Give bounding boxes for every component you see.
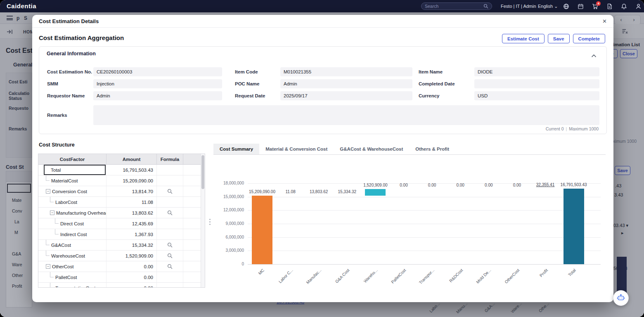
field-value[interactable]: Injection <box>93 79 222 88</box>
tab-material-conversion-cost[interactable]: Material & Conversion Cost <box>259 144 334 154</box>
estimate-cost-button[interactable]: Estimate Cost <box>502 34 545 43</box>
table-row[interactable]: MaterialCost15,209,090.00 <box>38 175 201 186</box>
column-header[interactable]: CostFactor <box>38 154 107 164</box>
cost-factor-cell[interactable]: WarehouseCost <box>38 251 107 261</box>
empty-cell <box>183 261 201 272</box>
x-axis-label: Labor C... <box>278 268 294 284</box>
cost-factor-cell[interactable]: −Manufacturing OverheadCo <box>38 208 107 218</box>
amount-cell: 12,435.69 <box>107 218 157 229</box>
cost-factor-cell[interactable]: Total <box>38 165 107 175</box>
complete-button[interactable]: Complete <box>573 34 605 43</box>
bell-icon[interactable] <box>620 3 627 9</box>
formula-search-icon[interactable] <box>157 186 183 196</box>
table-header: CostFactorAmountFormula <box>38 154 201 165</box>
formula-search-icon[interactable] <box>157 251 183 261</box>
cost-factor-cell[interactable]: MaterialCost <box>38 175 107 186</box>
counter-max: Maximum 1000 <box>569 126 599 131</box>
collapse-toggle-icon[interactable]: − <box>50 211 54 215</box>
empty-cell <box>183 283 201 288</box>
formula-search-icon[interactable] <box>157 240 183 250</box>
x-axis-label: Transpor... <box>418 268 435 285</box>
language-selector[interactable]: English ⌄ <box>538 4 558 9</box>
tree-connector-icon <box>46 175 50 181</box>
cost-factor-cell[interactable]: Direct Cost <box>38 218 107 229</box>
field-value[interactable]: USD <box>474 91 599 100</box>
table-row[interactable]: LaborCost11.08 <box>38 197 201 208</box>
amount-cell: 16,791,503.43 <box>107 165 157 175</box>
tree-connector-icon <box>50 197 54 202</box>
cost-factor-cell[interactable]: −OtherCost <box>38 261 107 272</box>
splitter-drag-handle-icon[interactable] <box>208 215 211 228</box>
empty-cell <box>183 197 201 207</box>
language-label: English <box>538 4 553 9</box>
amount-cell: 15,209,090.00 <box>107 175 157 186</box>
cost-factor-label: Manufacturing OverheadCo <box>56 211 107 215</box>
table-row[interactable]: −Conversion Cost13,814.70 <box>38 186 201 197</box>
amount-cell: 15,334.32 <box>107 240 157 250</box>
globe-icon[interactable] <box>563 3 569 9</box>
chevron-up-icon[interactable] <box>591 52 597 59</box>
formula-search-icon[interactable] <box>157 208 183 218</box>
field-value[interactable]: 2025/09/17 <box>280 91 412 100</box>
column-header[interactable]: Formula <box>157 154 183 164</box>
cost-factor-cell[interactable]: PalletCost <box>38 272 107 282</box>
table-row[interactable]: −OtherCost0.00 <box>38 261 201 272</box>
gridline <box>248 237 601 238</box>
cart-icon[interactable]: 4 <box>592 3 598 9</box>
table-row[interactable]: TransportationCost0.00 <box>38 283 201 288</box>
table-row[interactable]: −Manufacturing OverheadCo13,803.62 <box>38 208 201 218</box>
cost-factor-cell[interactable]: G&ACost <box>38 240 107 250</box>
cost-factor-cell[interactable]: Indirect Cost <box>38 229 107 239</box>
cost-factor-cell[interactable]: LaborCost <box>38 197 107 207</box>
document-icon[interactable] <box>606 3 613 9</box>
x-axis-label: G&A Cost <box>334 268 350 284</box>
collapse-toggle-icon[interactable]: − <box>46 189 50 194</box>
table-row[interactable]: G&ACost15,334.32 <box>38 240 201 251</box>
field-value[interactable]: Admin <box>93 91 222 100</box>
empty-cell <box>183 165 201 175</box>
column-header[interactable]: Amount <box>107 154 157 164</box>
vertical-scrollbar[interactable] <box>201 154 205 287</box>
field-label: Requestor Name <box>47 91 85 100</box>
user-icon[interactable] <box>635 3 642 9</box>
field-value[interactable]: M010021355 <box>280 67 412 76</box>
field-label: Currency <box>419 91 440 100</box>
remarks-field[interactable] <box>93 105 599 125</box>
search-icon[interactable] <box>483 4 488 9</box>
search-input[interactable]: Search <box>421 2 492 10</box>
cost-factor-cell[interactable]: TransportationCost <box>38 283 107 288</box>
table-row[interactable]: Total16,791,503.43 <box>38 165 201 175</box>
collapse-toggle-icon[interactable]: − <box>46 264 50 269</box>
scrollbar-thumb[interactable] <box>201 155 204 189</box>
topbar: Caidentia Search Festo | IT | Admin Engl… <box>0 0 644 12</box>
table-row[interactable]: Indirect Cost1,367.93 <box>38 229 201 240</box>
cost-factor-label: PalletCost <box>55 275 77 280</box>
bar-value-label: 32,355.41 <box>536 182 555 187</box>
save-button[interactable]: Save <box>548 34 570 43</box>
field-label: Item Name <box>419 67 443 76</box>
table-row[interactable]: Direct Cost12,435.69 <box>38 218 201 229</box>
formula-search-icon[interactable] <box>157 261 183 272</box>
tab-others-profit[interactable]: Others & Profit <box>409 144 455 154</box>
cost-estimation-details-modal: Cost Estimation Details ✕ Cost Estimatio… <box>32 15 613 302</box>
close-icon[interactable]: ✕ <box>602 18 607 24</box>
tab-cost-summary[interactable]: Cost Summary <box>213 144 259 154</box>
gridline <box>248 251 601 251</box>
cost-factor-cell[interactable]: −Conversion Cost <box>38 186 107 196</box>
column-header[interactable] <box>183 154 201 164</box>
field-value[interactable]: Admin <box>280 79 412 88</box>
tab-g-acost-warehousecost[interactable]: G&ACost & WarehouseCost <box>334 144 409 154</box>
assistant-button[interactable] <box>613 290 629 306</box>
table-row[interactable]: PalletCost0.00 <box>38 272 201 283</box>
app-logo[interactable]: Caidentia <box>7 2 36 9</box>
field-value[interactable] <box>474 79 599 88</box>
cost-factor-label: WarehouseCost <box>51 253 85 258</box>
calendar-icon[interactable] <box>577 3 584 9</box>
amount-cell: 1,367.93 <box>107 229 157 239</box>
amount-cell: 0.00 <box>107 272 157 282</box>
field-value[interactable]: DIODE <box>474 67 599 76</box>
table-row[interactable]: WarehouseCost1,520,909.00 <box>38 251 201 261</box>
field-value[interactable]: CE20260100003 <box>93 67 222 76</box>
cart-badge: 4 <box>596 1 601 6</box>
bar-value-label: 16,791,503.43 <box>561 182 587 187</box>
